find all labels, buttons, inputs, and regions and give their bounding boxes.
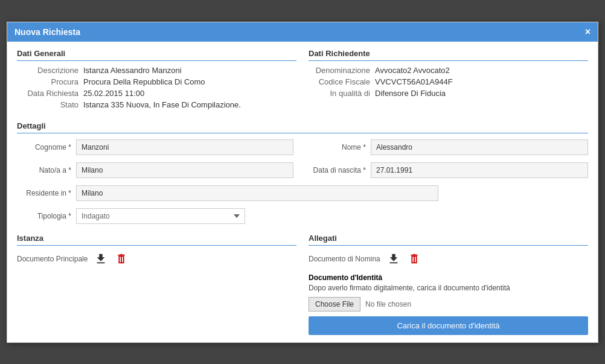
modal-title: Nuova Richiesta bbox=[14, 27, 80, 37]
data-nascita-input[interactable] bbox=[371, 162, 588, 178]
dati-richiedente-section: Dati Richiedente Denominazione Avvocato2… bbox=[309, 49, 588, 112]
info-row-qualita: In qualità di Difensore Di Fiducia bbox=[309, 89, 588, 98]
value-stato: Istanza 335 Nuova, In Fase Di Compilazio… bbox=[83, 100, 241, 109]
data-nascita-label: Data di nascita * bbox=[312, 166, 366, 174]
istanza-section: Istanza Documento Principale bbox=[17, 234, 296, 335]
dettagli-form: Cognome * Nome * Nato/a a * Data bbox=[17, 139, 588, 224]
dati-richiedente-title: Dati Richiedente bbox=[309, 49, 588, 61]
nato-field: Nato/a a * bbox=[17, 162, 293, 178]
close-button[interactable]: × bbox=[585, 27, 591, 37]
choose-file-button[interactable]: Choose File bbox=[309, 297, 360, 311]
cognome-label: Cognome * bbox=[17, 143, 71, 152]
value-codice-fiscale: VVCVCT56A01A944F bbox=[375, 77, 453, 86]
delete-nomina-icon[interactable] bbox=[407, 252, 421, 266]
doc-principale-label: Documento Principale bbox=[17, 255, 88, 263]
nato-input[interactable] bbox=[76, 162, 293, 178]
nato-label: Nato/a a * bbox=[17, 166, 71, 174]
residente-input[interactable] bbox=[76, 185, 438, 201]
residente-field: Residente in * bbox=[17, 185, 588, 201]
label-stato: Stato bbox=[17, 100, 83, 109]
label-qualita: In qualità di bbox=[309, 89, 375, 98]
info-row-descrizione: Descrizione Istanza Alessandro Manzoni bbox=[17, 66, 296, 75]
nome-input[interactable] bbox=[371, 139, 588, 155]
istanza-title: Istanza bbox=[17, 234, 296, 246]
download-principale-icon[interactable] bbox=[92, 251, 109, 267]
info-row-codice-fiscale: Codice Fiscale VVCVCT56A01A944F bbox=[309, 77, 588, 86]
cognome-input[interactable] bbox=[76, 139, 293, 155]
dati-generali-title: Dati Generali bbox=[17, 49, 296, 61]
doc-nomina-label: Documento di Nomina bbox=[309, 255, 380, 263]
carica-button[interactable]: Carica il documento d'identità bbox=[309, 316, 588, 335]
delete-principale-icon[interactable] bbox=[114, 252, 129, 266]
tipologia-select[interactable]: Indagato Vittima Altro bbox=[76, 208, 245, 224]
info-row-denominazione: Denominazione Avvocato2 Avvocato2 bbox=[309, 66, 588, 75]
label-codice-fiscale: Codice Fiscale bbox=[309, 77, 375, 86]
info-row-procura: Procura Procura Della Repubblica Di Como bbox=[17, 77, 296, 86]
dettagli-section: Dettagli Cognome * Nome * Nato/a a * bbox=[17, 121, 588, 224]
identity-title: Documento d'Identità bbox=[309, 273, 588, 282]
value-procura: Procura Della Repubblica Di Como bbox=[83, 77, 205, 86]
value-data-richiesta: 25.02.2015 11:00 bbox=[83, 89, 144, 98]
modal-body: Dati Generali Descrizione Istanza Alessa… bbox=[7, 42, 598, 342]
identity-desc: Dopo averlo firmato digitalmente, carica… bbox=[309, 284, 588, 292]
bottom-row: Istanza Documento Principale bbox=[17, 234, 588, 335]
doc-nomina-row: Documento di Nomina bbox=[309, 251, 588, 267]
modal-header: Nuova Richiesta × bbox=[7, 22, 598, 42]
nome-label: Nome * bbox=[312, 143, 366, 152]
data-nascita-field: Data di nascita * bbox=[312, 162, 588, 178]
tipologia-field: Tipologia * Indagato Vittima Altro bbox=[17, 208, 293, 224]
download-nomina-icon[interactable] bbox=[385, 251, 402, 267]
label-denominazione: Denominazione bbox=[309, 66, 375, 75]
top-info-row: Dati Generali Descrizione Istanza Alessa… bbox=[17, 49, 588, 112]
label-descrizione: Descrizione bbox=[17, 66, 83, 75]
cognome-field: Cognome * bbox=[17, 139, 293, 155]
no-file-label: No file chosen bbox=[365, 300, 411, 308]
value-descrizione: Istanza Alessandro Manzoni bbox=[83, 66, 182, 75]
value-denominazione: Avvocato2 Avvocato2 bbox=[375, 66, 450, 75]
doc-principale-row: Documento Principale bbox=[17, 251, 296, 267]
nome-field: Nome * bbox=[312, 139, 588, 155]
allegati-section: Allegati Documento di Nomina bbox=[309, 234, 588, 335]
info-row-stato: Stato Istanza 335 Nuova, In Fase Di Comp… bbox=[17, 100, 296, 109]
dati-generali-section: Dati Generali Descrizione Istanza Alessa… bbox=[17, 49, 296, 112]
value-qualita: Difensore Di Fiducia bbox=[375, 89, 446, 98]
dettagli-title: Dettagli bbox=[17, 121, 588, 133]
info-row-data-richiesta: Data Richiesta 25.02.2015 11:00 bbox=[17, 89, 296, 98]
label-procura: Procura bbox=[17, 77, 83, 86]
label-data-richiesta: Data Richiesta bbox=[17, 89, 83, 98]
residente-label: Residente in * bbox=[17, 189, 71, 197]
allegati-title: Allegati bbox=[309, 234, 588, 246]
file-input-row: Choose File No file chosen bbox=[309, 297, 588, 311]
tipologia-label: Tipologia * bbox=[17, 212, 71, 220]
identity-box: Documento d'Identità Dopo averlo firmato… bbox=[309, 273, 588, 335]
